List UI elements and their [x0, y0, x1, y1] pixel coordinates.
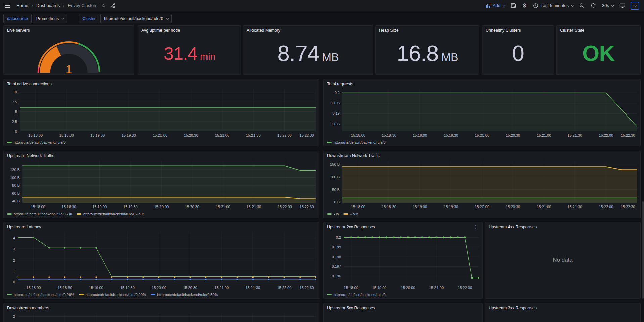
gauge-value: 1 — [66, 63, 72, 74]
x-tick-label: 15:21:30 — [245, 286, 260, 290]
x-tick-label: 15:20:00 — [154, 205, 169, 209]
panel-title[interactable]: Live servers — [7, 28, 30, 33]
tv-kiosk-icon[interactable] — [619, 2, 626, 9]
legend-item[interactable]: - in — [327, 212, 339, 216]
y-tick-label: 0.197 — [332, 264, 341, 269]
share-icon[interactable] — [110, 2, 117, 9]
panel-title[interactable]: Upstream Latency — [7, 225, 41, 229]
legend-series-dash — [343, 213, 348, 215]
zoom-out-icon[interactable] — [579, 2, 585, 9]
menu-icon[interactable] — [5, 4, 10, 8]
panel-title[interactable]: Upstream Network Traffic — [7, 153, 54, 158]
grafana-dashboard: Home › Dashboards › Envoy Clusters ☆ Add — [0, 0, 644, 322]
variable-label-datasource: datasource — [3, 14, 32, 23]
legend-item[interactable]: httproute/default/backend/rule/0 — [7, 140, 66, 144]
x-tick-label: 15:22:00 — [458, 286, 472, 290]
panel-title[interactable]: Total active connections — [7, 82, 52, 86]
chart-plot[interactable] — [22, 160, 316, 203]
time-range-picker[interactable]: Last 5 minutes — [532, 2, 574, 9]
no-data-message: No data — [485, 257, 640, 263]
x-tick-label: 15:19:00 — [90, 133, 105, 137]
x-tick-label: 15:18:00 — [351, 205, 365, 209]
top-navbar: Home › Dashboards › Envoy Clusters ☆ Add — [0, 0, 644, 11]
x-tick-label: 15:21:00 — [429, 286, 444, 290]
panel-menu-icon[interactable]: ⋮ — [471, 224, 480, 230]
legend-item[interactable]: httproute/default/backend/rule/0 - out — [77, 212, 144, 216]
panel-title[interactable]: Total requests — [327, 82, 353, 86]
panel-title[interactable]: Downstream members — [7, 306, 49, 310]
chart-plot[interactable] — [342, 160, 637, 203]
panel-title[interactable]: Allocated Memory — [247, 28, 280, 33]
legend-series-dash — [327, 142, 332, 143]
panel-title[interactable]: Unhealthy Clusters — [486, 28, 521, 33]
chart-plot[interactable] — [18, 313, 316, 322]
y-tick-label: 60 B — [12, 191, 20, 196]
legend-item[interactable]: httproute/default/backend/rule/0 - in — [7, 212, 72, 216]
x-tick-label: 15:21:30 — [568, 133, 582, 137]
legend-item[interactable]: httproute/default/backend/rule/0 90% — [79, 293, 146, 297]
y-tick-label: 0 — [13, 280, 15, 284]
panel-title[interactable]: Upstream 3xx Responses — [489, 306, 537, 310]
stat-value: 8.74MB — [277, 42, 339, 64]
panel-title[interactable]: Cluster State — [560, 28, 584, 33]
panel-upstream-network-traffic: Upstream Network Traffic 40 B60 B80 B100… — [3, 151, 319, 218]
legend-item[interactable]: - out — [343, 212, 358, 216]
add-button[interactable]: Add — [485, 2, 505, 9]
breadcrumb-dashboards[interactable]: Dashboards — [36, 3, 60, 8]
panel-title[interactable]: Upstream 4xx Responses — [489, 225, 537, 229]
chart-plot[interactable] — [20, 89, 316, 131]
legend-item[interactable]: httproute/default/backend/rule/0 — [327, 293, 386, 297]
panel-title[interactable]: Avg uptime per node — [141, 28, 180, 33]
legend-item[interactable]: httproute/default/backend/rule/0 50% — [151, 293, 218, 297]
legend-item[interactable]: httproute/default/backend/rule/0 99% — [7, 293, 74, 297]
refresh-interval-dropdown[interactable]: 30s — [601, 2, 614, 9]
x-axis: 15:18:0015:18:3015:19:0015:19:3015:20:00… — [18, 284, 316, 290]
chart-legend: httproute/default/backend/rule/0 — [327, 293, 386, 297]
collapse-topbar-button[interactable] — [631, 2, 639, 10]
x-tick-label: 15:19:30 — [444, 205, 458, 209]
x-tick-label: 15:20:30 — [184, 133, 198, 137]
settings-gear-icon[interactable]: ⚙ — [521, 2, 527, 9]
breadcrumb-separator: › — [32, 3, 33, 8]
breadcrumb-current: Envoy Clusters — [68, 3, 97, 8]
y-tick-label: 80 B — [12, 183, 20, 188]
y-tick-label: 100 B — [10, 175, 20, 180]
scrollbar[interactable] — [642, 201, 644, 299]
panel-downstream-network-traffic: Downstream Network Traffic 0 B50 B100 B1… — [323, 151, 641, 218]
x-axis: 15:18:0015:18:3015:19:0015:19:3015:20:00… — [342, 203, 637, 209]
x-tick-label: 15:18:30 — [382, 133, 396, 137]
y-tick-label: 0.2 — [336, 235, 341, 240]
breadcrumb-home[interactable]: Home — [16, 3, 28, 8]
panel-title[interactable]: Heap Size — [379, 28, 399, 33]
legend-series-dash — [151, 294, 155, 295]
stat-value: OK — [582, 42, 615, 64]
chart-plot[interactable] — [340, 313, 479, 322]
chart-plot[interactable] — [344, 232, 479, 284]
y-tick-label: 0 — [15, 129, 17, 134]
panel-title[interactable]: Upstream 2xx Responses — [327, 225, 375, 229]
save-dashboard-icon[interactable] — [510, 2, 517, 9]
chart-legend: httproute/default/backend/rule/0 — [7, 140, 66, 144]
panel-allocated-memory: Allocated Memory 8.74MB — [243, 25, 373, 75]
x-axis: 15:18:0015:19:0015:20:0015:21:0015:22:00 — [344, 284, 479, 290]
y-tick-label: 5 — [15, 109, 17, 114]
gauge-arc: 1 — [25, 34, 112, 74]
chart-legend: httproute/default/backend/rule/0 — [327, 140, 386, 144]
variable-value-cluster[interactable]: httproute/default/backend/rule/0 — [100, 14, 172, 23]
chart-plot[interactable] — [18, 232, 316, 284]
chart-plot[interactable] — [342, 89, 637, 131]
chart-plot[interactable] — [501, 313, 637, 322]
favorite-star-icon[interactable]: ☆ — [101, 2, 106, 9]
variable-value-datasource[interactable]: Prometheus — [33, 14, 67, 23]
panel-title[interactable]: Upstream 5xx Responses — [327, 306, 375, 310]
refresh-icon[interactable] — [590, 2, 597, 9]
x-axis: 15:18:0015:18:3015:19:0015:19:3015:20:00… — [20, 132, 316, 137]
y-tick-label: 0.2 — [335, 90, 340, 95]
legend-item[interactable]: httproute/default/backend/rule/0 — [327, 140, 386, 144]
panel-title[interactable]: Downstream Network Traffic — [327, 153, 380, 158]
x-tick-label: 15:20:30 — [185, 205, 199, 209]
x-tick-label: 15:21:00 — [216, 205, 230, 209]
x-tick-label: 15:18:30 — [62, 205, 76, 209]
panel-heap-size: Heap Size 16.8MB — [375, 25, 479, 75]
x-tick-label: 15:20:00 — [401, 286, 415, 290]
